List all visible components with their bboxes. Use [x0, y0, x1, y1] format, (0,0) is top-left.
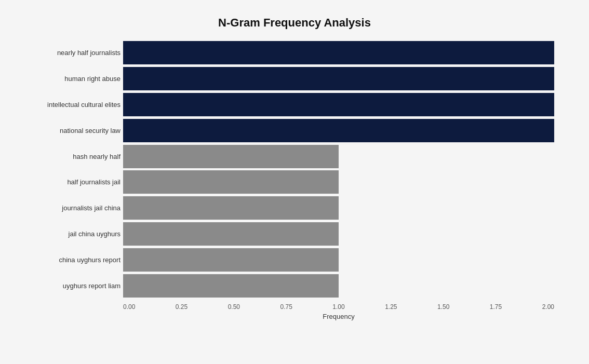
bar-track — [123, 67, 554, 90]
bar-row: uyghurs report liam — [123, 273, 554, 299]
bar-row: jail china uyghurs — [123, 221, 554, 247]
bar-track — [123, 222, 554, 246]
x-tick: 0.75 — [280, 303, 292, 311]
chart-area: nearly half journalistshuman right abuse… — [19, 40, 570, 320]
bar-label: uyghurs report liam — [19, 282, 121, 290]
bar-fill — [123, 145, 339, 168]
bar-track — [123, 274, 554, 298]
bar-label: nearly half journalists — [19, 49, 121, 57]
bar-fill — [123, 196, 339, 220]
x-tick: 0.50 — [228, 303, 240, 311]
bar-label: intellectual cultural elites — [19, 101, 121, 109]
bar-fill — [123, 41, 554, 64]
bar-fill — [123, 222, 339, 246]
bar-row: human right abuse — [123, 65, 554, 91]
bar-row: journalists jail china — [123, 195, 554, 221]
bar-row: hash nearly half — [123, 143, 554, 169]
chart-container: N-Gram Frequency Analysis nearly half jo… — [9, 6, 580, 359]
bar-label: journalists jail china — [19, 204, 121, 212]
bar-fill — [123, 248, 339, 272]
bar-fill — [123, 274, 339, 298]
bar-row: half journalists jail — [123, 169, 554, 195]
x-tick: 1.75 — [490, 303, 502, 311]
bar-label: human right abuse — [19, 75, 121, 83]
bar-label: china uyghurs report — [19, 256, 121, 264]
bar-fill — [123, 93, 554, 116]
bar-row: china uyghurs report — [123, 247, 554, 273]
bar-label: hash nearly half — [19, 153, 121, 160]
x-tick: 2.00 — [542, 303, 554, 311]
bar-label: half journalists jail — [19, 178, 121, 186]
x-tick: 1.00 — [332, 303, 344, 311]
x-tick: 0.25 — [176, 303, 188, 311]
bar-row: nearly half journalists — [123, 40, 554, 66]
bar-track — [123, 145, 554, 168]
x-axis-ticks: 0.000.250.500.751.001.251.501.752.00 — [123, 303, 554, 311]
bar-label: national security law — [19, 127, 121, 134]
bar-track — [123, 196, 554, 220]
bar-track — [123, 248, 554, 272]
bars-section: nearly half journalistshuman right abuse… — [19, 40, 570, 299]
x-axis-label: Frequency — [123, 313, 554, 320]
x-axis: 0.000.250.500.751.001.251.501.752.00 Fre… — [19, 303, 570, 320]
bar-fill — [123, 67, 554, 90]
bar-row: intellectual cultural elites — [123, 91, 554, 117]
bar-track — [123, 41, 554, 64]
bar-track — [123, 170, 554, 194]
bar-label: jail china uyghurs — [19, 230, 121, 238]
bar-track — [123, 119, 554, 142]
x-tick: 0.00 — [123, 303, 135, 311]
x-tick: 1.25 — [385, 303, 397, 311]
bar-row: national security law — [123, 117, 554, 143]
bar-fill — [123, 170, 339, 194]
x-tick: 1.50 — [437, 303, 449, 311]
bar-fill — [123, 119, 554, 142]
bar-track — [123, 93, 554, 116]
chart-title: N-Gram Frequency Analysis — [19, 16, 570, 30]
